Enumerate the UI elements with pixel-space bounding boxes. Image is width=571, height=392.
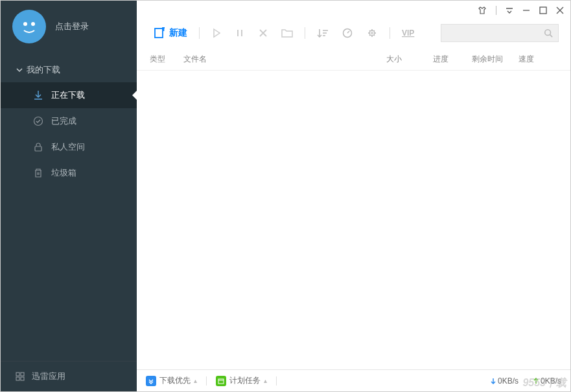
- pause-button[interactable]: [229, 25, 250, 41]
- sidebar-item-label: 已完成: [51, 115, 76, 127]
- vip-button[interactable]: VIP: [397, 25, 424, 41]
- lock-icon: [33, 142, 43, 152]
- login-link[interactable]: 点击登录: [55, 21, 89, 32]
- separator: [276, 376, 277, 386]
- folder-icon: [281, 28, 293, 38]
- sidebar-footer-label: 迅雷应用: [32, 371, 65, 382]
- schedule-label: 计划任务: [229, 375, 261, 386]
- chevron-down-icon: [16, 67, 23, 73]
- menu-icon[interactable]: [506, 6, 513, 14]
- download-speed[interactable]: 0KB/s: [490, 376, 519, 386]
- separator: [305, 27, 305, 39]
- sidebar-item-downloading[interactable]: 正在下载: [1, 82, 137, 108]
- col-speed[interactable]: 速度: [519, 54, 557, 65]
- maximize-icon[interactable]: [539, 6, 547, 14]
- avatar[interactable]: [12, 10, 46, 43]
- svg-rect-5: [21, 373, 24, 376]
- search-input[interactable]: [447, 29, 544, 38]
- vip-icon: VIP: [402, 28, 419, 38]
- svg-rect-8: [540, 7, 546, 14]
- settings-button[interactable]: [361, 25, 383, 41]
- separator: [390, 27, 390, 39]
- svg-text:VIP: VIP: [402, 29, 414, 38]
- toolbar: 新建 VIP: [137, 20, 570, 49]
- search-icon: [544, 28, 553, 38]
- new-label: 新建: [169, 27, 187, 39]
- priority-badge-icon: [146, 376, 156, 386]
- separator: [496, 6, 496, 15]
- svg-point-12: [371, 32, 373, 34]
- folder-button[interactable]: [276, 25, 298, 41]
- nav-section-label: 我的下载: [27, 64, 60, 76]
- start-button[interactable]: [206, 25, 227, 41]
- svg-point-14: [545, 30, 551, 36]
- search-box[interactable]: [441, 24, 559, 42]
- svg-rect-3: [35, 146, 41, 151]
- sidebar-item-label: 私人空间: [51, 141, 85, 153]
- sidebar-item-label: 垃圾箱: [51, 167, 76, 179]
- svg-point-11: [369, 30, 375, 36]
- new-task-button[interactable]: 新建: [148, 25, 192, 41]
- pause-icon: [235, 28, 245, 38]
- scheduled-tasks-toggle[interactable]: 计划任务 ▴: [216, 375, 267, 386]
- sidebar: 点击登录 我的下载 正在下载 已完成 私人空间 垃圾箱 迅雷应用: [1, 1, 137, 391]
- profile-section: 点击登录: [1, 1, 137, 58]
- svg-rect-6: [16, 377, 19, 380]
- priority-label: 下载优先: [159, 375, 191, 386]
- sidebar-item-label: 正在下载: [51, 89, 85, 101]
- col-filename[interactable]: 文件名: [183, 54, 386, 65]
- download-list: [137, 71, 570, 369]
- chevron-icon: ▴: [264, 377, 267, 384]
- sidebar-item-completed[interactable]: 已完成: [1, 108, 137, 134]
- close-icon[interactable]: [556, 6, 564, 14]
- statusbar: 下载优先 ▴ 计划任务 ▴ 0KB/s 0KB/s: [137, 369, 570, 391]
- chevron-icon: ▴: [194, 377, 197, 384]
- sidebar-item-trash[interactable]: 垃圾箱: [1, 160, 137, 186]
- col-type[interactable]: 类型: [150, 54, 183, 65]
- trash-icon: [33, 168, 43, 178]
- arrow-down-icon: [490, 378, 496, 384]
- svg-rect-15: [218, 379, 224, 384]
- gauge-icon: [342, 28, 353, 38]
- column-headers: 类型 文件名 大小 进度 剩余时间 速度: [137, 49, 570, 71]
- separator: [206, 376, 207, 386]
- titlebar: [137, 1, 570, 20]
- svg-rect-9: [155, 29, 163, 38]
- watermark: 9553下载: [522, 376, 566, 390]
- col-remaining[interactable]: 剩余时间: [472, 54, 519, 65]
- nav-section-header[interactable]: 我的下载: [1, 58, 137, 82]
- new-icon: [154, 27, 165, 39]
- schedule-badge-icon: [216, 376, 226, 386]
- separator: [199, 27, 200, 39]
- svg-rect-7: [21, 377, 24, 380]
- delete-icon: [258, 28, 268, 38]
- minimize-icon[interactable]: [522, 6, 530, 14]
- sidebar-footer-apps[interactable]: 迅雷应用: [1, 361, 137, 391]
- sort-icon: [317, 28, 329, 38]
- skin-icon[interactable]: [478, 6, 487, 15]
- sort-button[interactable]: [312, 25, 334, 41]
- delete-button[interactable]: [253, 25, 274, 41]
- svg-point-0: [23, 22, 27, 26]
- col-size[interactable]: 大小: [386, 54, 433, 65]
- down-speed-value: 0KB/s: [498, 376, 519, 386]
- col-progress[interactable]: 进度: [433, 54, 472, 65]
- download-icon: [33, 90, 43, 100]
- svg-point-1: [31, 22, 35, 26]
- play-icon: [211, 28, 222, 38]
- download-priority-toggle[interactable]: 下载优先 ▴: [146, 375, 197, 386]
- sidebar-item-private[interactable]: 私人空间: [1, 134, 137, 160]
- speed-button[interactable]: [336, 25, 358, 41]
- svg-rect-4: [16, 373, 19, 376]
- main-panel: 新建 VIP: [137, 1, 570, 391]
- gear-icon: [366, 28, 378, 38]
- check-circle-icon: [33, 116, 43, 126]
- apps-icon: [15, 371, 25, 382]
